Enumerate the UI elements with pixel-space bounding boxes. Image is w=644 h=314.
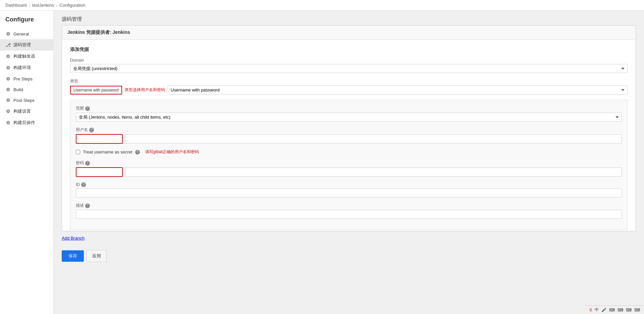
breadcrumb-testjenkins[interactable]: testJenkins	[32, 3, 54, 8]
sidebar-item-build-trigger[interactable]: ⚙ 构建触发器	[0, 51, 53, 62]
branch-icon: ⎇	[5, 42, 11, 48]
description-group: 描述 ?	[76, 203, 622, 219]
sidebar-item-pre-steps[interactable]: ⚙ Pre Steps	[0, 73, 53, 84]
username-group: 用户名 ?	[76, 127, 622, 144]
domain-label: Domain	[70, 58, 628, 63]
type-select[interactable]: Username with password	[168, 85, 628, 95]
username-full-input[interactable]	[125, 134, 622, 143]
password-row	[76, 167, 622, 177]
sidebar-label-source-code: 源码管理	[13, 42, 31, 48]
id-input[interactable]	[76, 188, 622, 197]
description-input[interactable]	[76, 210, 622, 219]
username-help-icon[interactable]: ?	[89, 128, 94, 132]
pre-steps-icon: ⚙	[5, 76, 11, 81]
breadcrumb-sep-2: ›	[56, 3, 57, 8]
breadcrumb: Dashboard › testJenkins › Configuration	[0, 0, 644, 11]
password-group: 密码 ?	[76, 160, 622, 177]
sidebar-label-build-env: 构建环境	[13, 65, 31, 71]
domain-group: Domain 全局凭据 (unrestricted)	[70, 58, 628, 73]
panel-body: 添加凭据 Domain 全局凭据 (unrestricted) 类型	[62, 40, 636, 231]
tray-input4[interactable]: ⌨	[634, 308, 640, 312]
password-label: 密码 ?	[76, 160, 622, 166]
sidebar-item-post-steps[interactable]: ⚙ Post Steps	[0, 95, 53, 106]
breadcrumb-sep-1: ›	[29, 3, 30, 8]
type-badge: Username with password	[70, 86, 122, 95]
scope-help-icon[interactable]: ?	[85, 106, 90, 111]
type-row: Username with password 类型选择用户名和密码 Userna…	[70, 85, 628, 95]
sidebar-label-build-settings: 构建设置	[13, 108, 31, 114]
scope-select[interactable]: 全局 (Jenkins, nodes, items, all child ite…	[76, 113, 622, 122]
sidebar-label-build: Build	[13, 87, 23, 92]
type-hint: 类型选择用户名和密码	[125, 87, 165, 93]
treat-username-checkbox[interactable]	[76, 150, 80, 154]
add-branch-area: Add Branch	[54, 231, 644, 245]
sidebar-label-pre-steps: Pre Steps	[13, 76, 33, 81]
panel-scroll-area[interactable]: 添加凭据 Domain 全局凭据 (unrestricted) 类型	[62, 40, 636, 231]
sidebar-item-general[interactable]: ⚙ General	[0, 28, 53, 39]
sidebar-item-build[interactable]: ⚙ Build	[0, 84, 53, 95]
tray-input1[interactable]: ⌨	[609, 308, 615, 312]
env-icon: ⚙	[5, 65, 11, 70]
tray-lang[interactable]: 中	[595, 307, 599, 313]
treat-username-label: Treat username as secret	[83, 149, 132, 154]
username-input[interactable]	[76, 134, 123, 144]
build-icon: ⚙	[5, 87, 11, 92]
credentials-fields-section: 范围 ? 全局 (Jenkins, nodes, items, all chil…	[70, 100, 628, 230]
sidebar-label-build-trigger: 构建触发器	[13, 53, 35, 59]
breadcrumb-dashboard[interactable]: Dashboard	[5, 3, 27, 8]
tray-mic[interactable]: 🎤	[601, 308, 606, 312]
system-tray: S 中 🎤 ⌨ ⌨ ⌨ ⌨	[585, 305, 644, 314]
sidebar-title: Configure	[0, 16, 53, 28]
treat-username-row: Treat username as secret ? 填写gitlab正确的用户…	[76, 149, 622, 155]
type-label: 类型	[70, 78, 628, 84]
sidebar-item-build-env[interactable]: ⚙ 构建环境	[0, 62, 53, 73]
scope-label: 范围 ?	[76, 106, 622, 111]
sidebar-item-build-settings[interactable]: ⚙ 构建设置	[0, 106, 53, 117]
add-branch-link[interactable]: Add Branch	[62, 236, 85, 241]
password-input-full[interactable]	[125, 168, 622, 177]
apply-button[interactable]: 应用	[87, 250, 107, 262]
description-help-icon[interactable]: ?	[85, 203, 90, 208]
password-help-icon[interactable]: ?	[85, 161, 90, 166]
id-group: ID ?	[76, 182, 622, 197]
sidebar-label-post-build: 构建后操作	[13, 120, 35, 126]
save-button[interactable]: 保存	[62, 250, 84, 262]
credentials-panel: Jenkins 凭据提供者: Jenkins 添加凭据 Domain 全局凭据 …	[62, 25, 636, 231]
sidebar-label-general: General	[13, 32, 29, 37]
content-area: 源码管理 Jenkins 凭据提供者: Jenkins 添加凭据 Domain …	[54, 11, 644, 314]
tray-s[interactable]: S	[589, 308, 592, 312]
fill-hint: 填写gitlab正确的用户名和密码	[145, 149, 199, 155]
section-title: 源码管理	[54, 11, 644, 25]
footer-actions: 保存 应用	[54, 245, 644, 267]
id-help-icon[interactable]: ?	[81, 182, 86, 187]
main-layout: Configure ⚙ General ⎇ 源码管理 ⚙ 构建触发器 ⚙ 构建环…	[0, 11, 644, 314]
treat-username-help-icon[interactable]: ?	[135, 150, 140, 154]
sidebar-item-post-build[interactable]: ⚙ 构建后操作	[0, 117, 53, 128]
id-label: ID ?	[76, 182, 622, 187]
tray-input2[interactable]: ⌨	[618, 308, 623, 312]
post-steps-icon: ⚙	[5, 98, 11, 103]
sidebar: Configure ⚙ General ⎇ 源码管理 ⚙ 构建触发器 ⚙ 构建环…	[0, 11, 54, 314]
gear-icon: ⚙	[5, 31, 11, 37]
sidebar-item-source-code[interactable]: ⎇ 源码管理	[0, 39, 53, 51]
panel-title: Jenkins 凭据提供者: Jenkins	[62, 25, 636, 40]
add-credentials-title: 添加凭据	[70, 47, 628, 53]
post-build-icon: ⚙	[5, 120, 11, 125]
type-group: 类型 Username with password 类型选择用户名和密码 Use…	[70, 78, 628, 95]
settings-icon: ⚙	[5, 109, 11, 114]
tray-input3[interactable]: ⌨	[626, 308, 632, 312]
scope-group: 范围 ? 全局 (Jenkins, nodes, items, all chil…	[76, 106, 622, 122]
domain-select[interactable]: 全局凭据 (unrestricted)	[70, 64, 628, 73]
description-label: 描述 ?	[76, 203, 622, 208]
username-label: 用户名 ?	[76, 127, 622, 133]
trigger-icon: ⚙	[5, 54, 11, 59]
type-select-wrapper: Username with password	[168, 85, 628, 95]
password-input-highlighted[interactable]	[76, 167, 123, 177]
breadcrumb-configuration: Configuration	[59, 3, 85, 8]
username-row	[76, 134, 622, 144]
sidebar-label-post-steps: Post Steps	[13, 98, 35, 103]
